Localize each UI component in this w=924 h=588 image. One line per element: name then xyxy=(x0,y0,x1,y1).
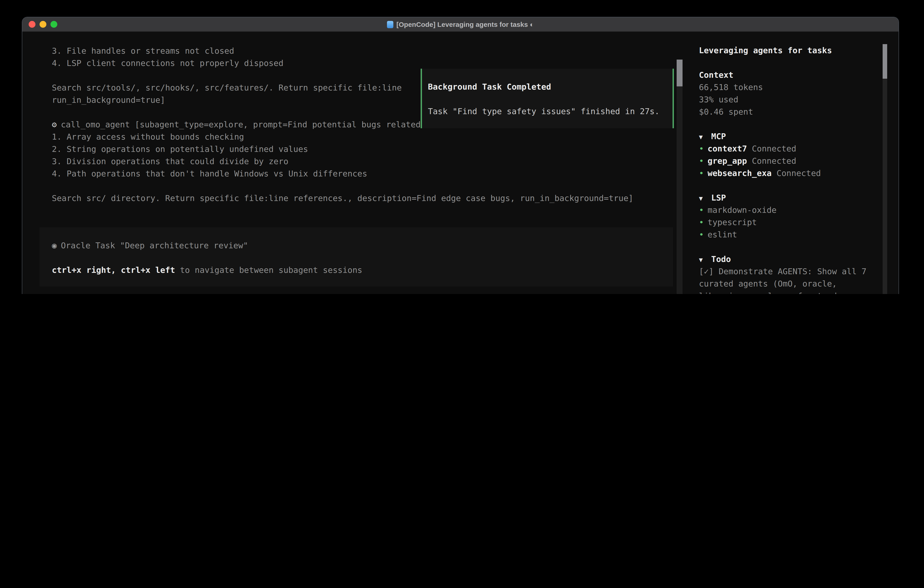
bullet-icon: • xyxy=(699,167,708,179)
todo-line: [✓] Demonstrate AGENTS: Show all 7 xyxy=(699,265,899,277)
chevron-down-icon: ▼ xyxy=(699,254,711,266)
mcp-name: grep_app xyxy=(708,156,747,165)
window-controls xyxy=(29,21,57,28)
tool-call-item: 4. Path operations that don't handle Win… xyxy=(52,167,699,180)
hint-text: to navigate between subagent sessions xyxy=(175,265,362,275)
tool-call-item: 2. String operations on potentially unde… xyxy=(52,143,699,155)
close-button[interactable] xyxy=(29,21,35,28)
context-spent: $0.46 spent xyxy=(699,106,899,118)
desktop: [OpenCode] Leveraging agents for tasks ◐… xyxy=(0,0,924,294)
context-tokens: 66,518 tokens xyxy=(699,81,899,93)
lsp-section-header: ▼LSP xyxy=(699,192,899,204)
oracle-icon: ◉ xyxy=(52,241,57,250)
mcp-header-label: MCP xyxy=(711,131,726,141)
chat-scrollbar[interactable] xyxy=(676,59,683,294)
minimize-button[interactable] xyxy=(40,21,46,28)
lsp-name: eslint xyxy=(708,230,737,239)
terminal-content: 3. File handles or streams not closed 4.… xyxy=(22,32,899,294)
blank-line xyxy=(52,251,673,264)
mcp-item: •context7 Connected xyxy=(699,142,899,155)
lsp-item: •typescript xyxy=(699,216,899,228)
sidebar: Leveraging agents for tasks Context 66,5… xyxy=(699,32,899,294)
bullet-icon: • xyxy=(699,204,708,216)
bullet-icon: • xyxy=(699,216,708,228)
todo-line: curated agents (OmO, oracle, xyxy=(699,277,899,290)
terminal-window: [OpenCode] Leveraging agents for tasks ◐… xyxy=(22,17,899,294)
session-title: Leveraging agents for tasks xyxy=(699,44,899,56)
blank-line xyxy=(699,241,899,253)
zoom-button[interactable] xyxy=(51,21,57,28)
titlebar: [OpenCode] Leveraging agents for tasks ◐ xyxy=(22,17,899,32)
context-used: 33% used xyxy=(699,93,899,106)
blank-line xyxy=(699,56,899,69)
scrollback-line: 3. File handles or streams not closed xyxy=(52,45,699,57)
document-icon xyxy=(387,21,393,28)
todo-section-header: ▼Todo xyxy=(699,253,899,265)
oracle-task-title: Oracle Task "Deep architecture review" xyxy=(61,241,248,250)
lsp-name: typescript xyxy=(708,217,757,227)
notification-panel: Background Task Completed Task "Find typ… xyxy=(421,69,674,128)
window-title: [OpenCode] Leveraging agents for tasks ◐ xyxy=(387,20,534,28)
sidebar-scrollbar[interactable] xyxy=(883,44,887,294)
oracle-task-title-line: ◉Oracle Task "Deep architecture review" xyxy=(52,239,673,251)
blank-line xyxy=(428,93,673,105)
mcp-item: •grep_app Connected xyxy=(699,155,899,167)
gear-icon: ⚙ xyxy=(52,120,57,129)
oracle-task-panel: ◉Oracle Task "Deep architecture review" … xyxy=(40,227,673,286)
bullet-icon: • xyxy=(699,228,708,241)
scrollback-line: 4. LSP client connections not properly d… xyxy=(52,57,699,69)
mcp-item: •websearch_exa Connected xyxy=(699,167,899,179)
oracle-hint-line: ctrl+x right, ctrl+x left to navigate be… xyxy=(52,264,673,276)
hint-keys: ctrl+x right, ctrl+x left xyxy=(52,265,175,275)
lsp-name: markdown-oxide xyxy=(708,205,776,215)
blank-line xyxy=(699,179,899,192)
todo-line: librarian, explore, frontend, xyxy=(699,290,899,294)
chevron-down-icon: ▼ xyxy=(699,192,711,205)
bullet-icon: • xyxy=(699,155,708,167)
context-header: Context xyxy=(699,69,899,81)
lsp-item: •eslint xyxy=(699,228,899,241)
scrollbar-thumb[interactable] xyxy=(883,44,887,79)
notification-title: Background Task Completed xyxy=(428,81,673,93)
blank-line xyxy=(699,118,899,130)
mcp-name: websearch_exa xyxy=(708,168,772,178)
mcp-status: Connected xyxy=(747,144,796,153)
lsp-item: •markdown-oxide xyxy=(699,204,899,216)
lsp-header-label: LSP xyxy=(711,193,726,202)
mcp-status: Connected xyxy=(772,168,821,178)
tool-call-item: 3. Division operations that could divide… xyxy=(52,155,699,167)
chevron-down-icon: ▼ xyxy=(699,131,711,143)
window-title-text: [OpenCode] Leveraging agents for tasks ◐ xyxy=(396,20,534,28)
todo-header-label: Todo xyxy=(711,254,731,264)
bullet-icon: • xyxy=(699,142,708,155)
blank-line xyxy=(52,180,699,192)
tool-call-tail: Search src/ directory. Return specific f… xyxy=(52,192,699,204)
mcp-name: context7 xyxy=(708,144,747,153)
chat-pane: 3. File handles or streams not closed 4.… xyxy=(22,32,699,294)
tool-call-item: 1. Array access without bounds checking xyxy=(52,130,699,143)
mcp-status: Connected xyxy=(747,156,796,165)
notification-body: Task "Find type safety issues" finished … xyxy=(428,105,673,117)
mcp-section-header: ▼MCP xyxy=(699,130,899,142)
scrollbar-thumb[interactable] xyxy=(676,59,683,86)
